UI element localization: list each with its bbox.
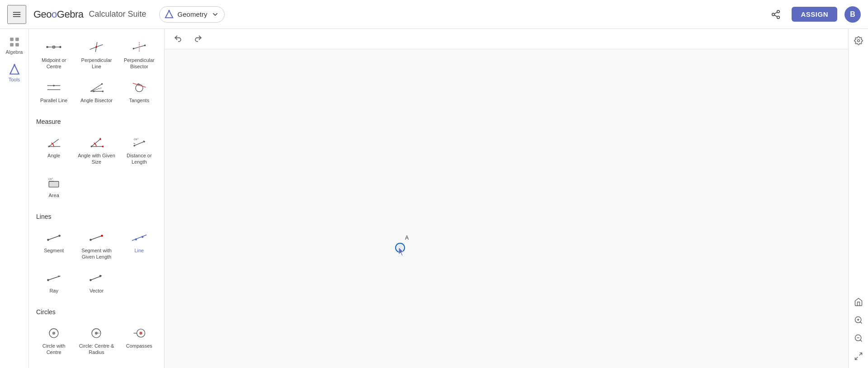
svg-point-27 (53, 85, 55, 86)
compasses-icon (131, 326, 147, 340)
assign-button[interactable]: ASSIGN (792, 7, 837, 22)
svg-point-1 (168, 9, 170, 11)
home-button[interactable] (850, 294, 867, 310)
settings-icon (854, 36, 863, 45)
right-bottom-controls (850, 294, 867, 364)
perp-bisector-icon (131, 40, 147, 54)
compasses-label: Compasses (126, 343, 152, 349)
canvas-area: A (165, 29, 848, 368)
svg-line-48 (133, 143, 135, 144)
angle-bisector-label: Angle Bisector (80, 97, 113, 104)
svg-rect-7 (10, 38, 14, 41)
menu-button[interactable] (7, 5, 26, 24)
ray-label: Ray (49, 288, 58, 294)
svg-point-31 (93, 90, 95, 92)
tool-parallel-line[interactable]: Parallel Line (33, 75, 75, 111)
svg-text:cm²: cm² (48, 177, 53, 180)
svg-line-61 (132, 235, 146, 241)
home-icon (854, 297, 863, 307)
tools-panel: Midpoint or Centre Perpendicular Line (29, 29, 165, 368)
svg-point-17 (53, 47, 54, 47)
circles-section-title: Circles (29, 303, 164, 318)
angle-label: Angle (47, 152, 60, 159)
fullscreen-icon (854, 352, 863, 361)
app-name-label: Geometry (178, 10, 208, 18)
svg-marker-0 (165, 10, 173, 18)
tool-angle-bisector[interactable]: Angle Bisector (75, 75, 118, 111)
svg-point-23 (132, 48, 134, 50)
svg-point-4 (777, 16, 780, 18)
tool-circle-centre-radius[interactable]: Circle: Centre & Radius (75, 320, 118, 360)
tool-compasses[interactable]: Compasses (118, 320, 160, 360)
tool-vector[interactable]: Vector (75, 265, 118, 301)
ray-icon (46, 271, 62, 284)
segment-given-length-label: Segment with Given Length (77, 247, 116, 260)
app-selector[interactable]: Geometry (159, 6, 225, 23)
avatar[interactable]: B (844, 6, 861, 23)
zoom-out-button[interactable] (850, 330, 867, 346)
svg-point-33 (102, 90, 104, 92)
svg-line-30 (91, 87, 102, 91)
svg-point-63 (142, 236, 144, 238)
svg-line-91 (859, 353, 862, 356)
svg-text:cm²: cm² (133, 137, 138, 140)
undo-icon (174, 34, 183, 43)
fullscreen-button[interactable] (850, 348, 867, 364)
svg-point-15 (59, 46, 61, 48)
svg-rect-8 (15, 38, 19, 41)
svg-line-58 (91, 236, 102, 240)
suite-label: Calculator Suite (89, 9, 146, 19)
sidebar-item-tools[interactable]: Tools (2, 60, 27, 86)
segment-icon (46, 231, 62, 244)
share-button[interactable] (767, 6, 784, 23)
tool-perpendicular-line[interactable]: Perpendicular Line (75, 34, 118, 75)
svg-line-6 (774, 12, 777, 14)
perpendicular-line-label: Perpendicular Line (77, 57, 116, 70)
parallel-line-label: Parallel Line (40, 97, 68, 104)
tool-segment-given-length[interactable]: Segment with Given Length (75, 225, 118, 265)
svg-line-89 (860, 340, 862, 342)
angle-given-size-label: Angle with Given Size (77, 152, 116, 165)
svg-rect-53 (49, 181, 59, 187)
point-a-label: A (405, 235, 409, 241)
settings-button[interactable] (850, 33, 867, 49)
svg-point-65 (47, 279, 49, 281)
svg-rect-9 (10, 43, 14, 47)
tool-angle-given-size[interactable]: α Angle with Given Size (75, 130, 118, 170)
construct-grid: Midpoint or Centre Perpendicular Line (29, 33, 164, 113)
circles-grid: Circle with Centre Circle: Centre & Radi… (29, 318, 164, 362)
share-icon (771, 9, 781, 19)
tool-angle[interactable]: Angle (33, 130, 75, 170)
tool-distance-length[interactable]: cm² Distance or Length (118, 130, 160, 170)
measure-grid: Angle α Angle with Given Size (29, 128, 164, 208)
undo-button[interactable] (170, 33, 186, 45)
svg-point-73 (53, 333, 54, 334)
tool-segment[interactable]: Segment (33, 225, 75, 265)
svg-marker-11 (10, 65, 19, 74)
tool-ray[interactable]: Ray (33, 265, 75, 301)
svg-point-20 (96, 46, 98, 48)
sidebar-item-algebra[interactable]: Algebra (2, 33, 27, 58)
lines-grid: Segment Segment with Given Length (29, 223, 164, 303)
vector-label: Vector (90, 288, 104, 294)
svg-line-28 (91, 84, 102, 91)
tool-midpoint[interactable]: Midpoint or Centre (33, 34, 75, 75)
tool-line[interactable]: Line (118, 225, 160, 265)
svg-rect-10 (15, 43, 19, 47)
svg-point-44 (102, 146, 104, 147)
canvas-content[interactable]: A (165, 49, 848, 368)
tool-perpendicular-bisector[interactable]: Perpendicular Bisector (118, 34, 160, 75)
perpendicular-line-icon (88, 40, 104, 54)
circle-centre-radius-icon (88, 326, 104, 340)
svg-point-32 (101, 83, 103, 85)
midpoint-label: Midpoint or Centre (34, 57, 73, 70)
sidebar-tools-label: Tools (9, 77, 20, 82)
tool-circle-centre[interactable]: Circle with Centre (33, 320, 75, 360)
tool-area[interactable]: cm² Area (33, 170, 75, 206)
zoom-in-button[interactable] (850, 312, 867, 328)
circle-centre-label: Circle with Centre (34, 343, 73, 356)
redo-button[interactable] (190, 33, 206, 45)
circle-centre-icon (46, 326, 62, 340)
cursor-arrow (399, 247, 406, 258)
tool-tangents[interactable]: Tangents (118, 75, 160, 111)
